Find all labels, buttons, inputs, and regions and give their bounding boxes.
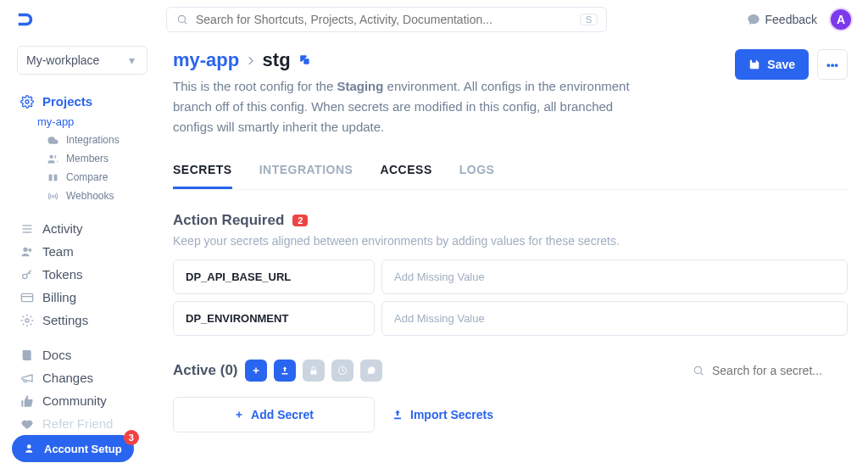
svg-line-1 bbox=[185, 22, 187, 25]
chat-icon bbox=[747, 13, 760, 26]
tab-integrations[interactable]: INTEGRATIONS bbox=[259, 163, 353, 189]
plus-icon bbox=[234, 410, 244, 420]
secret-search-input[interactable] bbox=[712, 364, 848, 377]
import-secrets-button[interactable]: Import Secrets bbox=[392, 408, 493, 421]
user-avatar[interactable]: A bbox=[829, 8, 853, 31]
global-search[interactable]: S bbox=[166, 7, 607, 32]
svg-point-14 bbox=[25, 319, 29, 322]
nav-projects-label: Projects bbox=[42, 94, 92, 109]
svg-rect-4 bbox=[53, 174, 57, 181]
tab-access[interactable]: ACCESS bbox=[380, 163, 431, 189]
svg-point-5 bbox=[52, 195, 53, 197]
save-label: Save bbox=[767, 58, 795, 71]
user-plus-icon bbox=[24, 442, 37, 455]
card-icon bbox=[20, 291, 34, 304]
secret-key[interactable]: DP_ENVIRONMENT bbox=[173, 301, 375, 336]
tabs: SECRETS INTEGRATIONS ACCESS LOGS bbox=[173, 163, 848, 190]
svg-point-15 bbox=[27, 444, 31, 449]
crumb-project[interactable]: my-app bbox=[173, 49, 239, 71]
nav-billing[interactable]: Billing bbox=[17, 286, 147, 309]
add-icon-button[interactable] bbox=[245, 360, 267, 382]
nav-community[interactable]: Community bbox=[17, 389, 147, 412]
import-secrets-label: Import Secrets bbox=[410, 408, 493, 421]
breadcrumb: my-app › stg bbox=[173, 49, 648, 71]
crumb-env: stg bbox=[263, 49, 291, 71]
secret-row: DP_API_BASE_URL Add Missing Value bbox=[173, 259, 848, 294]
note-icon-button[interactable] bbox=[360, 360, 382, 382]
active-section-label: Active (0) bbox=[173, 362, 238, 379]
team-icon bbox=[20, 245, 34, 259]
config-description: This is the root config for the Staging … bbox=[173, 76, 648, 137]
svg-line-22 bbox=[701, 373, 704, 376]
tab-logs[interactable]: LOGS bbox=[459, 163, 495, 189]
compare-icon bbox=[46, 170, 59, 184]
search-kbd-hint: S bbox=[580, 14, 598, 25]
svg-rect-3 bbox=[48, 174, 52, 181]
sidebar-project-members[interactable]: Members bbox=[46, 149, 147, 168]
secret-search[interactable] bbox=[692, 364, 848, 377]
cloud-icon bbox=[46, 133, 59, 147]
copy-icon[interactable] bbox=[299, 54, 311, 66]
tab-secrets[interactable]: SECRETS bbox=[173, 163, 232, 189]
save-button[interactable]: Save bbox=[735, 49, 809, 80]
more-button[interactable]: ••• bbox=[817, 49, 848, 80]
secret-key[interactable]: DP_API_BASE_URL bbox=[173, 259, 375, 294]
key-icon bbox=[20, 268, 34, 282]
nav-projects[interactable]: Projects bbox=[17, 90, 147, 113]
caret-down-icon: ▾ bbox=[125, 53, 138, 67]
sidebar-project-label: my-app bbox=[37, 115, 74, 128]
account-setup-badge: 3 bbox=[124, 430, 139, 445]
nav-changes[interactable]: Changes bbox=[17, 366, 147, 389]
add-secret-label: Add Secret bbox=[251, 408, 314, 421]
svg-point-2 bbox=[25, 100, 29, 103]
chevron-right-icon: › bbox=[248, 49, 253, 71]
svg-point-11 bbox=[23, 274, 27, 278]
sidebar-project-webhooks[interactable]: Webhooks bbox=[46, 187, 147, 205]
svg-rect-12 bbox=[21, 293, 32, 301]
add-secret-button[interactable]: Add Secret bbox=[173, 397, 375, 432]
svg-rect-19 bbox=[310, 371, 316, 375]
upload-icon-button[interactable] bbox=[274, 360, 296, 382]
account-setup-button[interactable]: Account Setup 3 bbox=[12, 435, 134, 462]
app-logo[interactable] bbox=[15, 9, 36, 30]
list-icon bbox=[20, 222, 34, 236]
save-icon bbox=[748, 59, 760, 70]
thumb-icon bbox=[20, 394, 34, 408]
gear-icon bbox=[20, 95, 34, 109]
nav-team[interactable]: Team bbox=[17, 240, 147, 263]
broadcast-icon bbox=[46, 189, 59, 203]
svg-point-21 bbox=[694, 366, 701, 373]
lock-icon-button[interactable] bbox=[303, 360, 325, 382]
feedback-label: Feedback bbox=[765, 13, 817, 26]
nav-tokens[interactable]: Tokens bbox=[17, 263, 147, 286]
workspace-name: My-workplace bbox=[26, 53, 99, 67]
svg-point-9 bbox=[23, 247, 27, 251]
book-icon bbox=[20, 349, 34, 362]
feedback-link[interactable]: Feedback bbox=[747, 13, 817, 26]
svg-point-10 bbox=[28, 248, 31, 252]
nav-settings[interactable]: Settings bbox=[17, 309, 147, 332]
action-required-count: 2 bbox=[292, 215, 308, 226]
svg-point-0 bbox=[178, 15, 185, 22]
search-icon bbox=[175, 13, 189, 26]
workspace-select[interactable]: My-workplace ▾ bbox=[17, 46, 147, 75]
megaphone-icon bbox=[20, 371, 34, 385]
account-setup-label: Account Setup bbox=[44, 443, 122, 455]
secret-value-input[interactable]: Add Missing Value bbox=[381, 301, 848, 336]
clock-icon-button[interactable] bbox=[331, 360, 353, 382]
upload-icon bbox=[392, 409, 403, 421]
nav-docs[interactable]: Docs bbox=[17, 343, 147, 366]
secret-value-input[interactable]: Add Missing Value bbox=[381, 259, 848, 294]
users-icon bbox=[46, 152, 59, 165]
search-input[interactable] bbox=[196, 13, 573, 26]
nav-activity[interactable]: Activity bbox=[17, 217, 147, 240]
cog-icon bbox=[20, 314, 34, 327]
svg-rect-16 bbox=[303, 59, 309, 64]
sidebar-project-myapp[interactable]: my-app bbox=[34, 113, 147, 131]
action-required-subtitle: Keep your secrets aligned between enviro… bbox=[173, 234, 848, 248]
action-required-title: Action Required 2 bbox=[173, 212, 848, 229]
sidebar-project-compare[interactable]: Compare bbox=[46, 168, 147, 187]
secret-row: DP_ENVIRONMENT Add Missing Value bbox=[173, 301, 848, 336]
search-icon bbox=[692, 364, 705, 377]
sidebar-project-integrations[interactable]: Integrations bbox=[46, 131, 147, 149]
